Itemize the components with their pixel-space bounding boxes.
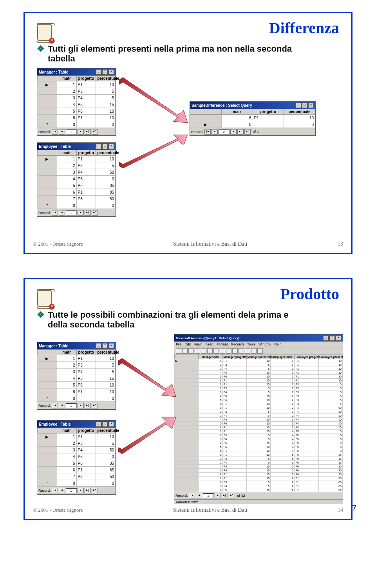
nav-first-icon[interactable]: |◂ xyxy=(52,129,58,135)
record-navigator[interactable]: Record: |◂ ◂ ▸ ▸| ▸* xyxy=(37,402,116,409)
toolbar-button[interactable] xyxy=(207,348,213,354)
nav-first-icon[interactable]: |◂ xyxy=(189,493,195,498)
nav-first-icon[interactable]: |◂ xyxy=(204,129,211,135)
toolbar-button[interactable] xyxy=(176,348,181,354)
nav-last-icon[interactable]: ▸| xyxy=(85,403,91,408)
result-table[interactable]: matrprogettopercentuale8P110▶00 xyxy=(190,109,315,128)
nav-new-icon[interactable]: ▸* xyxy=(92,403,98,408)
nav-new-icon[interactable]: ▸* xyxy=(92,210,98,216)
nav-next-icon[interactable]: ▸ xyxy=(78,129,84,135)
nav-new-icon[interactable]: ▸* xyxy=(92,129,98,135)
nav-new-icon[interactable]: ▸* xyxy=(244,129,251,135)
menu-item[interactable]: File xyxy=(176,342,182,346)
manager-table-window[interactable]: Manager : Table _ □ × matrprogettopercen… xyxy=(37,342,116,410)
nav-prev-icon[interactable]: ◂ xyxy=(196,493,202,498)
menu-item[interactable]: Edit xyxy=(185,342,191,346)
toolbar-button[interactable] xyxy=(195,348,200,354)
nav-last-icon[interactable]: ▸| xyxy=(237,129,244,135)
nav-first-icon[interactable]: |◂ xyxy=(52,488,58,493)
minimize-icon[interactable]: _ xyxy=(96,144,101,149)
nav-current-input[interactable] xyxy=(219,129,230,135)
close-icon[interactable]: × xyxy=(308,102,314,108)
menu-item[interactable]: Insert xyxy=(204,342,213,346)
nav-current-input[interactable] xyxy=(66,403,77,408)
menu-item[interactable]: Tools xyxy=(247,342,255,346)
nav-next-icon[interactable]: ▸ xyxy=(78,210,84,216)
toolbar-button[interactable] xyxy=(213,348,219,354)
toolbar-button[interactable] xyxy=(201,348,206,354)
menu-item[interactable]: Records xyxy=(231,342,244,346)
toolbar[interactable] xyxy=(174,347,343,355)
maximize-icon[interactable]: □ xyxy=(329,335,335,341)
window-titlebar[interactable]: Microsoft Access - [Query1 : Select Quer… xyxy=(174,334,343,342)
nav-first-icon[interactable]: |◂ xyxy=(52,403,58,408)
toolbar-button[interactable] xyxy=(239,348,244,354)
nav-prev-icon[interactable]: ◂ xyxy=(212,129,218,135)
menu-item[interactable]: View xyxy=(194,342,201,346)
record-navigator[interactable]: Record: |◂ ◂ ▸ ▸| ▸* of 42 xyxy=(174,492,343,499)
maximize-icon[interactable]: □ xyxy=(102,421,108,427)
toolbar-button[interactable] xyxy=(226,348,231,354)
nav-current-input[interactable] xyxy=(66,210,77,216)
nav-next-icon[interactable]: ▸ xyxy=(230,129,237,135)
nav-prev-icon[interactable]: ◂ xyxy=(59,129,65,135)
nav-last-icon[interactable]: ▸| xyxy=(85,129,91,135)
nav-prev-icon[interactable]: ◂ xyxy=(59,210,65,216)
manager-table[interactable]: matrprogettopercentuale▶1P1102P353P454P5… xyxy=(37,76,116,128)
access-product-window[interactable]: Microsoft Access - [Query1 : Select Quer… xyxy=(174,334,343,503)
maximize-icon[interactable]: □ xyxy=(102,144,108,149)
window-titlebar[interactable]: Manager : Table _ □ × xyxy=(37,68,116,76)
minimize-icon[interactable]: _ xyxy=(96,69,101,75)
minimize-icon[interactable]: _ xyxy=(96,421,101,427)
window-titlebar[interactable]: SampleDifference : Select Query _ □ × xyxy=(190,102,315,109)
close-icon[interactable]: × xyxy=(336,335,341,341)
close-icon[interactable]: × xyxy=(108,421,114,427)
employee-table[interactable]: matrprogettopercentuale▶1P1102P353P4504P… xyxy=(37,428,116,487)
employee-table[interactable]: matrprogettopercentuale▶1P1102P353P4504P… xyxy=(37,150,116,209)
toolbar-button[interactable] xyxy=(220,348,225,354)
nav-last-icon[interactable]: ▸| xyxy=(85,210,91,216)
window-titlebar[interactable]: Employee : Table _ □ × xyxy=(37,143,116,150)
employee-table-window[interactable]: Employee : Table _ □ × matrprogettoperce… xyxy=(37,142,116,217)
menubar[interactable]: FileEditViewInsertFormatRecordsToolsWind… xyxy=(174,342,343,347)
toolbar-button[interactable] xyxy=(232,348,238,354)
toolbar-button[interactable] xyxy=(245,348,250,354)
employee-table-window[interactable]: Employee : Table _ □ × matrprogettoperce… xyxy=(37,420,116,494)
nav-next-icon[interactable]: ▸ xyxy=(78,488,84,493)
nav-next-icon[interactable]: ▸ xyxy=(78,403,84,408)
menu-item[interactable]: Window xyxy=(258,342,271,346)
window-titlebar[interactable]: Manager : Table _ □ × xyxy=(37,342,116,349)
minimize-icon[interactable]: _ xyxy=(323,335,329,341)
manager-table-window[interactable]: Manager : Table _ □ × matrprogettopercen… xyxy=(37,68,116,136)
minimize-icon[interactable]: _ xyxy=(296,102,301,108)
toolbar-button[interactable] xyxy=(182,348,188,354)
maximize-icon[interactable]: □ xyxy=(102,343,108,349)
nav-next-icon[interactable]: ▸ xyxy=(215,493,221,498)
record-navigator[interactable]: Record: |◂ ◂ ▸ ▸| ▸* xyxy=(37,128,116,135)
toolbar-button[interactable] xyxy=(251,348,257,354)
nav-current-input[interactable] xyxy=(66,488,77,493)
maximize-icon[interactable]: □ xyxy=(302,102,307,108)
maximize-icon[interactable]: □ xyxy=(102,69,108,75)
toolbar-button[interactable] xyxy=(257,348,263,354)
record-navigator[interactable]: Record: |◂ ◂ ▸ ▸| ▸* xyxy=(37,487,116,494)
close-icon[interactable]: × xyxy=(108,69,114,75)
manager-table[interactable]: matrprogettopercentuale▶1P1102P353P454P5… xyxy=(37,349,116,402)
menu-item[interactable]: Format xyxy=(217,342,228,346)
nav-prev-icon[interactable]: ◂ xyxy=(59,488,65,493)
nav-prev-icon[interactable]: ◂ xyxy=(59,403,65,408)
product-table[interactable]: Manager.matrManager.progettoManager.perc… xyxy=(174,355,343,492)
menu-item[interactable]: Help xyxy=(274,342,282,346)
record-navigator[interactable]: Record: |◂ ◂ ▸ ▸| ▸* xyxy=(37,209,116,216)
nav-first-icon[interactable]: |◂ xyxy=(52,210,58,216)
close-icon[interactable]: × xyxy=(108,144,114,149)
nav-current-input[interactable] xyxy=(203,493,214,498)
toolbar-button[interactable] xyxy=(188,348,194,354)
nav-current-input[interactable] xyxy=(66,129,77,135)
nav-new-icon[interactable]: ▸* xyxy=(229,493,235,498)
window-titlebar[interactable]: Employee : Table _ □ × xyxy=(37,421,116,428)
minimize-icon[interactable]: _ xyxy=(96,343,101,349)
result-query-window[interactable]: SampleDifference : Select Query _ □ × ma… xyxy=(190,101,316,136)
nav-last-icon[interactable]: ▸| xyxy=(85,488,91,493)
record-navigator[interactable]: Record: |◂ ◂ ▸ ▸| ▸* of 2 xyxy=(190,128,315,135)
